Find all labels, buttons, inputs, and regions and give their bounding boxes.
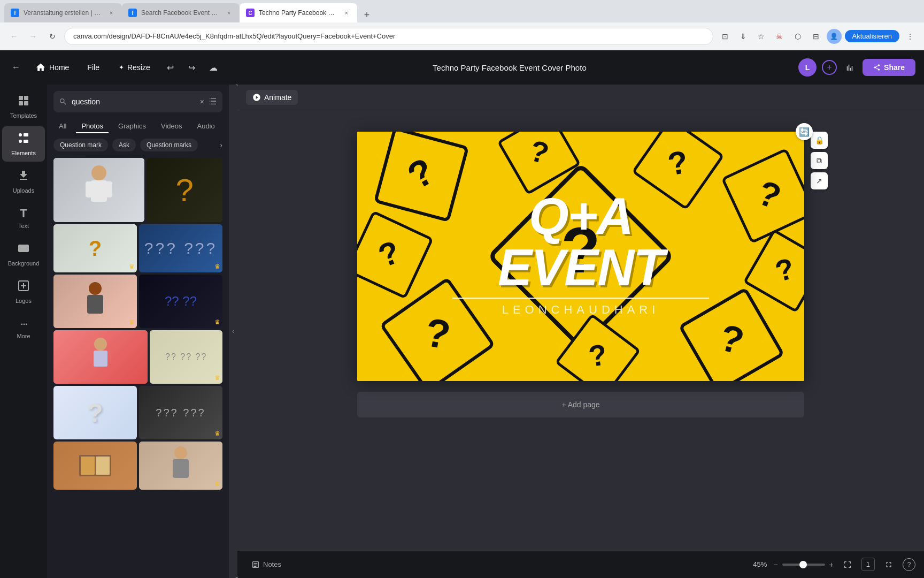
- search-clear-button[interactable]: ×: [200, 97, 204, 106]
- address-input[interactable]: canva.com/design/DAFD-F8CnAU/e4ec5j_K8nf…: [64, 28, 713, 45]
- home-button[interactable]: Home: [30, 59, 74, 76]
- add-page-button[interactable]: + Add page: [357, 392, 804, 417]
- menu-icon[interactable]: ⋮: [903, 29, 918, 44]
- sidebar-item-text[interactable]: T Text: [2, 201, 45, 234]
- tab-2-close[interactable]: ×: [225, 9, 233, 17]
- photo-item[interactable]: [53, 158, 144, 222]
- update-button[interactable]: Aktualisieren: [845, 30, 899, 42]
- notes-button[interactable]: Notes: [246, 557, 287, 572]
- sidebar-item-uploads[interactable]: Uploads: [2, 164, 45, 199]
- premium-badge: ♛: [129, 263, 135, 270]
- photo-item[interactable]: ?? ?? ♛: [139, 275, 222, 328]
- svg-rect-5: [24, 133, 28, 136]
- zoom-slider-thumb: [799, 561, 807, 568]
- text-label: Text: [18, 223, 29, 229]
- svg-rect-1: [24, 96, 28, 100]
- fit-page-button[interactable]: [840, 557, 855, 572]
- chip-question-marks[interactable]: Question marks: [140, 139, 198, 151]
- lock-canvas-button[interactable]: 🔒: [811, 132, 828, 149]
- photo-item[interactable]: ? ♛: [53, 224, 137, 272]
- svg-rect-0: [19, 96, 23, 100]
- sidebar-item-templates[interactable]: Templates: [2, 89, 45, 124]
- svg-point-6: [19, 140, 22, 143]
- background-label: Background: [8, 260, 40, 267]
- tab-3-favicon: C: [246, 9, 255, 17]
- search-bar: ×: [47, 85, 229, 119]
- filter-tab-all[interactable]: All: [53, 119, 72, 133]
- photo-item[interactable]: [53, 330, 148, 384]
- photo-item[interactable]: ?: [53, 386, 137, 439]
- sidebar-item-elements[interactable]: Elements: [2, 126, 45, 162]
- panel-collapse-handle[interactable]: ‹: [229, 85, 237, 578]
- svg-point-4: [19, 133, 22, 136]
- search-filter-button[interactable]: [209, 97, 217, 107]
- svg-rect-20: [96, 457, 110, 475]
- photo-row-1: ?: [53, 158, 222, 222]
- page-number[interactable]: 1: [861, 558, 875, 571]
- photo-item[interactable]: ?? ?? ?? ♛: [150, 330, 222, 384]
- zoom-plus-icon[interactable]: +: [829, 560, 834, 569]
- extension-icon[interactable]: ⬡: [790, 29, 805, 44]
- photo-item[interactable]: ♛: [139, 442, 222, 490]
- search-input[interactable]: [72, 97, 196, 106]
- photo-item[interactable]: ♛: [53, 275, 137, 328]
- analytics-icon[interactable]: [842, 60, 857, 75]
- logos-label: Logos: [16, 298, 32, 304]
- zoom-minus-icon[interactable]: −: [773, 560, 777, 569]
- templates-icon: [17, 94, 30, 110]
- refresh-button[interactable]: 🔄: [796, 123, 813, 140]
- share-canvas-button[interactable]: ↗: [811, 172, 828, 189]
- reload-button[interactable]: ↻: [45, 29, 60, 44]
- new-tab-button[interactable]: +: [359, 7, 374, 22]
- download-icon[interactable]: ⇓: [736, 29, 751, 44]
- svg-rect-8: [18, 245, 29, 252]
- background-icon: [17, 242, 30, 258]
- photo-item[interactable]: ??? ??? ♛: [139, 386, 222, 439]
- canvas-title: Techno Party Facebook Event Cover Photo: [227, 63, 792, 72]
- share-button[interactable]: Share: [863, 59, 915, 76]
- expand-view-button[interactable]: [881, 557, 896, 572]
- redo-button[interactable]: ↪: [184, 60, 199, 75]
- tab-1[interactable]: f Veranstaltung erstellen | Faceb... ×: [4, 3, 122, 22]
- browser-profile[interactable]: 👤: [827, 29, 842, 44]
- undo-button[interactable]: ↩: [163, 60, 178, 75]
- sidebar-item-background[interactable]: Background: [2, 237, 45, 272]
- back-button[interactable]: ←: [6, 29, 21, 44]
- animate-button[interactable]: Animate: [246, 90, 298, 105]
- resize-button[interactable]: ✦ Resize: [112, 60, 157, 75]
- forward-button[interactable]: →: [26, 29, 41, 44]
- tab-2[interactable]: f Search Facebook Event Cover... ×: [122, 3, 240, 22]
- sidebar-item-more[interactable]: ··· More: [2, 311, 45, 345]
- save-status-icon[interactable]: ☁: [206, 60, 221, 75]
- photo-item[interactable]: ??? ??? ♛: [139, 224, 222, 272]
- chip-ask[interactable]: Ask: [112, 139, 136, 151]
- left-panel: × All Photos Graphics Videos Audio: [47, 85, 229, 578]
- filter-tab-videos[interactable]: Videos: [156, 119, 188, 133]
- zoom-slider[interactable]: [782, 564, 825, 566]
- back-nav-icon[interactable]: ←: [9, 60, 24, 75]
- tab-3-close[interactable]: ×: [342, 9, 351, 17]
- sidebar-item-logos[interactable]: Logos: [2, 274, 45, 309]
- screen-capture-icon[interactable]: ⊡: [718, 29, 733, 44]
- file-button[interactable]: File: [81, 60, 106, 75]
- adblocker-icon[interactable]: ☠: [772, 29, 787, 44]
- photo-item[interactable]: [53, 442, 137, 490]
- chip-question-mark[interactable]: Question mark: [53, 139, 108, 151]
- svg-rect-19: [81, 457, 95, 475]
- tab-3[interactable]: C Techno Party Facebook Event C... ×: [240, 3, 357, 22]
- canvas-scroll[interactable]: 🔒 ⧉ ↗ 🔄: [237, 110, 924, 550]
- photo-item[interactable]: ?: [147, 158, 222, 222]
- add-collaborator-button[interactable]: +: [822, 60, 837, 75]
- filter-tab-photos[interactable]: Photos: [76, 119, 108, 133]
- duplicate-canvas-button[interactable]: ⧉: [811, 152, 828, 169]
- tab-1-close[interactable]: ×: [107, 9, 116, 17]
- star-icon[interactable]: ☆: [754, 29, 769, 44]
- filter-tab-graphics[interactable]: Graphics: [113, 119, 151, 133]
- chips-scroll-right[interactable]: ›: [220, 141, 222, 149]
- help-button[interactable]: ?: [903, 558, 915, 571]
- split-view-icon[interactable]: ⊟: [808, 29, 823, 44]
- filter-tab-audio[interactable]: Audio: [191, 119, 220, 133]
- search-input-wrap: ×: [53, 91, 222, 112]
- person-illustration: [82, 280, 109, 323]
- user-avatar[interactable]: L: [798, 58, 817, 77]
